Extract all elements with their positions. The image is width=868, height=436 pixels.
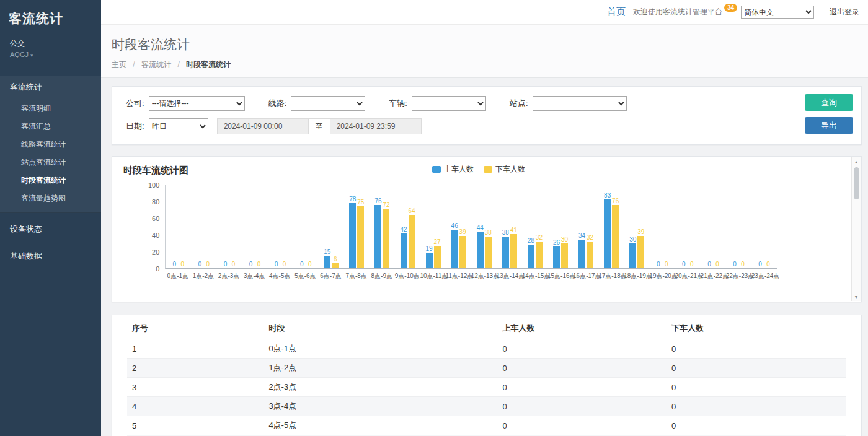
bar-value-label: 78 [349, 196, 356, 203]
bar: 0 [731, 185, 738, 268]
bar-value-label: 0 [224, 261, 228, 268]
bar-value-label: 0 [249, 261, 253, 268]
breadcrumb-home[interactable]: 主页 [112, 60, 126, 69]
bar: 42 [400, 185, 407, 268]
sidebar-item-period-stats[interactable]: 时段客流统计 [0, 172, 101, 190]
bar: 0 [281, 185, 288, 268]
bar-group: 3039 [624, 185, 650, 268]
chart-y-axis: 020406080100 [161, 185, 165, 269]
bar-value-label: 0 [682, 261, 686, 268]
bar-value-label: 83 [604, 192, 611, 199]
bar-value-label: 0 [300, 261, 304, 268]
filter-actions: 查询 导出 [805, 94, 853, 134]
sidebar-item-passenger-stats[interactable]: 客流统计 [0, 76, 101, 98]
bar-group: 4639 [446, 185, 471, 268]
sidebar-nav: 客流统计 客流明细 客流汇总 线路客流统计 站点客流统计 时段客流统计 客流量趋… [0, 76, 101, 268]
date-range-group: 至 [217, 118, 422, 134]
user-dropdown[interactable]: AQGJ▾ [10, 51, 91, 58]
user-name: AQGJ [10, 51, 29, 58]
sidebar-item-station-stats[interactable]: 站点客流统计 [0, 154, 101, 172]
table-cell: 1 [127, 339, 264, 359]
date-to-label: 至 [309, 118, 330, 134]
table-cell: 0 [666, 378, 846, 397]
bar-group: 3841 [497, 185, 522, 268]
breadcrumb-current: 时段客流统计 [186, 60, 231, 69]
scrollbar-thumb[interactable] [854, 167, 859, 199]
sidebar: 客流统计 公交 AQGJ▾ 客流统计 客流明细 客流汇总 线路客流统计 站点客流… [0, 0, 101, 436]
logout-link[interactable]: 退出登录 [830, 7, 859, 17]
bar: 0 [179, 185, 186, 268]
main-area: 首页 欢迎使用客流统计管理平台 34 简体中文 退出登录 时段客流统计 主页 /… [101, 0, 868, 436]
x-axis-label: 17点-18点 [598, 272, 624, 281]
sidebar-item-trend-chart[interactable]: 客流量趋势图 [0, 190, 101, 207]
vehicle-select[interactable] [412, 96, 486, 111]
scroll-up-icon[interactable]: ▲ [852, 157, 861, 166]
bar-value-label: 39 [459, 229, 466, 235]
content: 公司: ---请选择--- 线路: 车辆: 站点: [101, 78, 868, 436]
line-select[interactable] [291, 96, 365, 111]
bar-group: 8376 [599, 185, 624, 268]
bar-group: 00 [726, 185, 751, 268]
breadcrumb-section[interactable]: 客流统计 [141, 60, 171, 69]
date-to-input[interactable] [330, 118, 422, 134]
bar: 0 [306, 185, 314, 268]
chart-scrollbar[interactable]: ▲ ▼ [851, 157, 861, 301]
notification-badge[interactable]: 34 [724, 4, 737, 12]
bar: 28 [527, 185, 534, 268]
x-axis-label: 5点-6点 [293, 272, 318, 281]
table-cell: 0 [497, 397, 666, 416]
period-table: 序号 时段 上车人数 下车人数 10点-1点0021点-2点0032点-3点00… [127, 318, 846, 436]
query-button[interactable]: 查询 [805, 94, 853, 111]
date-preset-select[interactable]: 昨日 [149, 118, 208, 134]
bar: 41 [510, 185, 517, 268]
scroll-down-icon[interactable]: ▼ [852, 292, 861, 301]
station-select[interactable] [533, 96, 627, 111]
bar-group: 00 [166, 185, 191, 268]
export-button[interactable]: 导出 [805, 117, 853, 134]
bar: 44 [476, 185, 484, 268]
sidebar-item-flow-detail[interactable]: 客流明细 [0, 100, 101, 118]
chart-plot-area: 0000000000001567875767242641927463944383… [165, 185, 777, 281]
bar-value-label: 6 [334, 256, 337, 263]
bar-value-label: 76 [374, 198, 381, 204]
table-row: 43点-4点00 [127, 397, 846, 416]
bar-value-label: 0 [707, 261, 711, 268]
bar-group: 7672 [370, 185, 395, 268]
bar: 0 [706, 185, 713, 268]
home-link[interactable]: 首页 [607, 6, 626, 18]
sidebar-item-device-status[interactable]: 设备状态 [0, 218, 101, 240]
table-cell: 5 [127, 416, 264, 435]
bar-value-label: 32 [587, 234, 593, 241]
chart-bars: 0000000000001567875767242641927463944383… [165, 185, 777, 269]
bar: 0 [229, 185, 237, 268]
table-cell: 4 [127, 397, 264, 416]
bar-value-label: 0 [766, 261, 770, 268]
company-select[interactable]: ---请选择--- [149, 96, 245, 111]
x-axis-label: 21点-22点 [701, 272, 726, 281]
language-select[interactable]: 简体中文 [741, 6, 814, 19]
sidebar-item-line-stats[interactable]: 线路客流统计 [0, 136, 101, 154]
table-cell: 2点-3点 [264, 378, 497, 397]
y-tick-label: 100 [148, 181, 159, 189]
bar-value-label: 42 [400, 226, 407, 233]
sidebar-item-base-data[interactable]: 基础数据 [0, 245, 101, 268]
profile-block: 公交 AQGJ▾ [0, 33, 101, 59]
x-axis-label: 4点-5点 [267, 272, 293, 281]
table-row: 32点-3点00 [127, 378, 846, 397]
bar-group: 00 [268, 185, 293, 268]
bar-value-label: 30 [629, 236, 636, 243]
bar-value-label: 0 [257, 261, 261, 268]
table-cell: 0 [666, 359, 846, 378]
x-axis-label: 22点-23点 [726, 272, 751, 281]
bar-value-label: 19 [426, 245, 433, 252]
app-root: 客流统计 公交 AQGJ▾ 客流统计 客流明细 客流汇总 线路客流统计 站点客流… [0, 0, 868, 436]
bar: 6 [332, 185, 339, 268]
bar-group: 1927 [420, 185, 446, 268]
topbar: 首页 欢迎使用客流统计管理平台 34 简体中文 退出登录 [101, 0, 868, 25]
filter-row-2: 日期: 昨日 至 [126, 118, 781, 134]
bar: 30 [629, 185, 637, 268]
date-from-input[interactable] [217, 118, 309, 134]
bar-value-label: 38 [502, 229, 509, 236]
sidebar-item-flow-summary[interactable]: 客流汇总 [0, 118, 101, 136]
y-tick-label: 40 [152, 232, 159, 239]
